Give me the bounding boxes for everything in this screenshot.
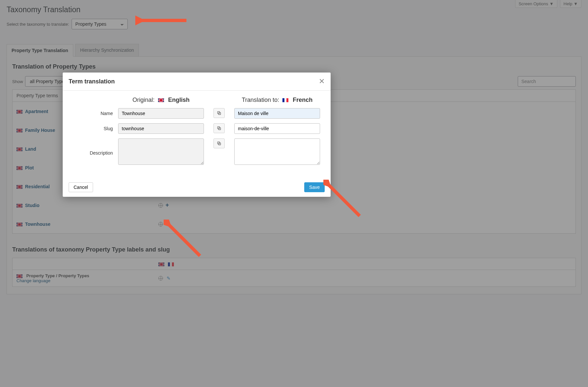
name-label: Name	[70, 108, 113, 116]
fr-flag-icon	[282, 98, 288, 102]
copy-description-button[interactable]	[213, 138, 225, 148]
translation-heading: Translation to: French	[234, 97, 320, 108]
uk-flag-icon	[158, 98, 164, 102]
modal-title: Term translation	[69, 78, 115, 85]
copy-icon	[217, 141, 221, 146]
copy-icon	[217, 111, 221, 115]
name-original-input	[118, 108, 204, 119]
close-icon[interactable]: ✕	[319, 77, 325, 86]
original-heading: Original: English	[118, 97, 204, 108]
copy-slug-button[interactable]	[213, 123, 225, 133]
slug-label: Slug	[70, 123, 113, 131]
save-button[interactable]: Save	[304, 182, 325, 192]
description-label: Description	[70, 138, 113, 156]
copy-icon	[217, 126, 221, 131]
description-translation-input[interactable]	[234, 138, 320, 165]
copy-name-button[interactable]	[213, 108, 225, 118]
cancel-button[interactable]: Cancel	[69, 182, 93, 192]
slug-original-input	[118, 123, 204, 134]
name-translation-input[interactable]	[234, 108, 320, 119]
slug-translation-input[interactable]	[234, 123, 320, 134]
description-original-input	[118, 138, 204, 165]
term-translation-modal: Term translation ✕ Original: English Tra…	[63, 73, 331, 197]
